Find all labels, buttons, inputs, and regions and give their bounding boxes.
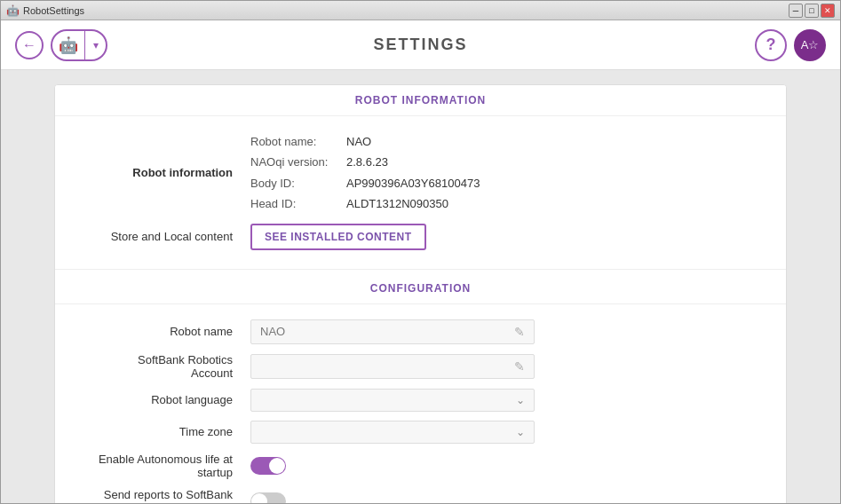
naoqi-version-val: 2.8.6.23 bbox=[346, 152, 388, 172]
robot-name-val: NAO bbox=[346, 131, 371, 152]
body-id-val: AP990396A03Y68100473 bbox=[346, 173, 480, 193]
softbank-account-edit-icon[interactable]: ✎ bbox=[514, 359, 525, 374]
nav-group: 🤖 ▾ bbox=[51, 29, 107, 61]
back-button[interactable]: ← bbox=[15, 31, 44, 59]
store-local-label: Store and Local content bbox=[73, 230, 250, 243]
top-bar: ← 🤖 ▾ SETTINGS ? A☆ bbox=[1, 20, 840, 70]
head-id-row: Head ID: ALDT1312N090350 bbox=[250, 193, 480, 214]
maximize-button[interactable]: □ bbox=[805, 4, 819, 18]
help-button[interactable]: ? bbox=[755, 29, 787, 61]
avatar-button[interactable]: A☆ bbox=[794, 29, 826, 61]
send-reports-toggle[interactable] bbox=[250, 492, 286, 503]
robot-icon: 🤖 bbox=[59, 35, 78, 55]
timezone-chevron-icon: ⌄ bbox=[516, 426, 525, 438]
robot-language-label: Robot language bbox=[73, 393, 250, 406]
robot-name-config-label: Robot name bbox=[73, 325, 250, 338]
main-content: ROBOT INFORMATION Robot information Robo… bbox=[1, 70, 840, 503]
timezone-select[interactable]: ⌄ bbox=[250, 421, 535, 444]
section-divider bbox=[55, 269, 786, 270]
robot-info-section-header: ROBOT INFORMATION bbox=[55, 85, 786, 116]
softbank-account-row: SoftBank Robotics Account ✎ bbox=[55, 349, 786, 384]
robot-info-block: Robot name: NAO NAOqi version: 2.8.6.23 … bbox=[250, 131, 480, 215]
head-id-key: Head ID: bbox=[250, 193, 339, 214]
body-id-key: Body ID: bbox=[250, 173, 339, 193]
autonomous-life-toggle-knob bbox=[269, 458, 285, 474]
robot-info-label: Robot information bbox=[73, 166, 250, 179]
avatar-icon: A☆ bbox=[801, 38, 820, 51]
robot-name-row: Robot name: NAO bbox=[250, 131, 480, 152]
config-section-header: CONFIGURATION bbox=[55, 273, 786, 304]
send-reports-toggle-knob bbox=[251, 493, 267, 503]
timezone-row: Time zone ⌄ bbox=[55, 416, 786, 448]
app-window: 🤖 RobotSettings ─ □ ✕ ← 🤖 ▾ SETTINGS bbox=[0, 0, 841, 504]
robot-info-row: Robot information Robot name: NAO NAOqi … bbox=[55, 127, 786, 219]
autonomous-life-label: Enable Autonomous life at startup bbox=[73, 453, 250, 479]
robot-name-key: Robot name: bbox=[250, 131, 339, 152]
timezone-label: Time zone bbox=[73, 425, 250, 438]
autonomous-life-toggle[interactable] bbox=[250, 457, 286, 475]
top-bar-right: ? A☆ bbox=[755, 29, 826, 61]
head-id-val: ALDT1312N090350 bbox=[346, 193, 448, 214]
robot-language-select[interactable]: ⌄ bbox=[250, 389, 535, 412]
send-reports-row: Send reports to SoftBank Robotics bbox=[55, 484, 786, 503]
close-button[interactable]: ✕ bbox=[821, 4, 835, 18]
softbank-account-input[interactable]: ✎ bbox=[250, 354, 535, 379]
store-local-row: Store and Local content SEE INSTALLED CO… bbox=[55, 219, 786, 255]
config-section-body: Robot name NAO ✎ SoftBank Robotics Accou… bbox=[55, 304, 786, 503]
window-title-icon: 🤖 bbox=[6, 4, 20, 17]
title-bar-controls: ─ □ ✕ bbox=[789, 4, 835, 18]
autonomous-life-row: Enable Autonomous life at startup bbox=[55, 448, 786, 484]
title-bar-left: 🤖 RobotSettings bbox=[6, 4, 84, 17]
back-icon: ← bbox=[22, 37, 36, 53]
window-title: RobotSettings bbox=[23, 5, 84, 16]
body-id-row: Body ID: AP990396A03Y68100473 bbox=[250, 173, 480, 193]
see-installed-content-button[interactable]: SEE INSTALLED CONTENT bbox=[250, 224, 426, 250]
minimize-button[interactable]: ─ bbox=[789, 4, 803, 18]
page-title: SETTINGS bbox=[373, 35, 467, 54]
robot-info-section-body: Robot information Robot name: NAO NAOqi … bbox=[55, 116, 786, 265]
softbank-account-label: SoftBank Robotics Account bbox=[73, 353, 250, 380]
robot-language-row: Robot language ⌄ bbox=[55, 384, 786, 416]
robot-name-input[interactable]: NAO ✎ bbox=[250, 319, 535, 344]
robot-nav-icon: 🤖 bbox=[52, 31, 84, 59]
dropdown-icon: ▾ bbox=[93, 39, 99, 51]
content-panel: ROBOT INFORMATION Robot information Robo… bbox=[54, 84, 787, 503]
robot-language-chevron-icon: ⌄ bbox=[516, 394, 525, 406]
send-reports-label: Send reports to SoftBank Robotics bbox=[73, 488, 250, 503]
top-bar-navigation: ← 🤖 ▾ bbox=[15, 29, 107, 61]
robot-name-input-value: NAO bbox=[260, 325, 285, 338]
naoqi-version-key: NAOqi version: bbox=[250, 152, 339, 172]
naoqi-version-row: NAOqi version: 2.8.6.23 bbox=[250, 152, 480, 172]
help-icon: ? bbox=[766, 35, 776, 54]
title-bar: 🤖 RobotSettings ─ □ ✕ bbox=[1, 1, 840, 20]
robot-name-edit-icon[interactable]: ✎ bbox=[514, 325, 525, 339]
robot-name-config-row: Robot name NAO ✎ bbox=[55, 315, 786, 349]
nav-dropdown-button[interactable]: ▾ bbox=[84, 31, 106, 59]
